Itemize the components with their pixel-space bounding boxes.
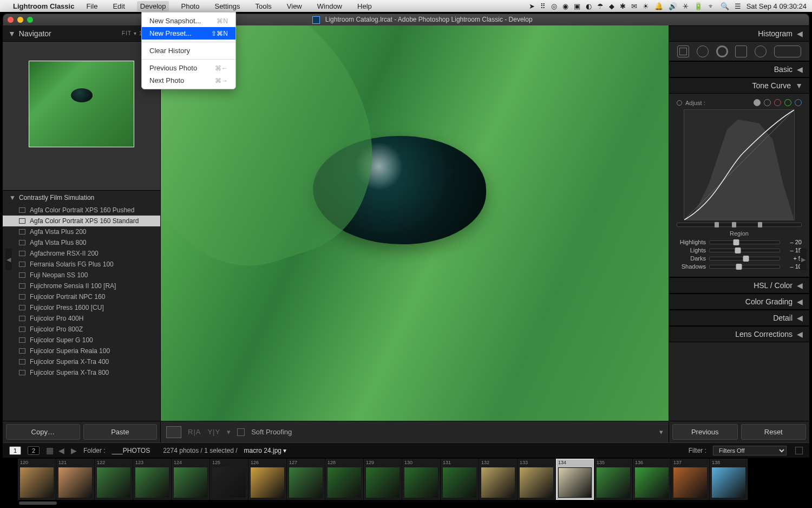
app-name[interactable]: Lightroom Classic: [13, 2, 74, 10]
navigator-preview[interactable]: [3, 42, 160, 191]
lens-corrections-header[interactable]: Lens Corrections◀: [669, 326, 809, 342]
redeye-tool-icon[interactable]: [716, 45, 728, 57]
filmstrip-thumb[interactable]: 133: [518, 459, 555, 500]
menubar-status-icon[interactable]: ◎: [551, 2, 557, 10]
filter-select[interactable]: Filters Off: [713, 446, 787, 455]
filmstrip-thumb[interactable]: 120: [18, 459, 56, 500]
filmstrip-thumb[interactable]: 134: [556, 459, 594, 500]
secondary-display-2[interactable]: 2: [28, 446, 40, 455]
preset-item[interactable]: Agfachrome RSX-II 200: [3, 248, 160, 259]
filmstrip-thumb[interactable]: 125: [210, 459, 248, 500]
menu-item-new-preset-[interactable]: New Preset...⇧⌘N: [142, 27, 235, 40]
menubar-status-icon[interactable]: 🔔: [654, 2, 663, 10]
tone-curve-graph[interactable]: [684, 109, 795, 220]
filmstrip-thumb[interactable]: 135: [594, 459, 632, 500]
reset-button[interactable]: Reset: [741, 424, 807, 440]
curve-channel-all-icon[interactable]: [754, 99, 761, 106]
menu-item-previous-photo[interactable]: Previous Photo⌘←: [142, 62, 235, 74]
filter-lock-icon[interactable]: [795, 447, 803, 454]
menubar-status-icon[interactable]: ◐: [586, 2, 592, 10]
navigator-header[interactable]: ▼ Navigator FIT ▾ 100%: [3, 25, 160, 42]
menubar-status-icon[interactable]: ⠿: [540, 2, 546, 10]
filmstrip-thumb[interactable]: 123: [133, 459, 171, 500]
menubar-status-icon[interactable]: ☰: [735, 2, 741, 10]
hsl-header[interactable]: HSL / Color◀: [669, 277, 809, 294]
target-adjust-icon[interactable]: [677, 100, 682, 106]
filmstrip-thumb[interactable]: 126: [248, 459, 286, 500]
filmstrip-thumb[interactable]: 128: [325, 459, 363, 500]
preset-group-header[interactable]: ▼ Contrastly Film Simulation: [3, 191, 160, 205]
nav-forward-icon[interactable]: ▶: [71, 446, 77, 455]
menubar-status-icon[interactable]: ⚹: [683, 2, 689, 10]
tone-slider-darks[interactable]: Darks+ 5: [677, 255, 802, 262]
soft-proofing-checkbox[interactable]: [237, 428, 245, 436]
spot-removal-icon[interactable]: [697, 45, 709, 57]
filmstrip-thumb[interactable]: 130: [402, 459, 440, 500]
preset-item[interactable]: Agfa Vista Plus 200: [3, 226, 160, 237]
menu-settings[interactable]: Settings: [211, 1, 243, 11]
filmstrip-thumb[interactable]: 129: [364, 459, 402, 500]
toolbar-dropdown-icon[interactable]: ▾: [227, 428, 231, 436]
folder-name[interactable]: ___PHOTOS: [112, 447, 150, 454]
filmstrip-thumb[interactable]: 127: [287, 459, 325, 500]
histogram-header[interactable]: Histogram◀: [669, 25, 809, 42]
before-after-split-icon[interactable]: Y|Y: [207, 428, 220, 436]
grid-view-icon[interactable]: ▦: [46, 446, 52, 455]
paste-button[interactable]: Paste: [83, 424, 158, 440]
before-after-icon[interactable]: R|A: [188, 428, 201, 436]
preset-item[interactable]: Fujicolor Super G 100: [3, 335, 160, 346]
filmstrip-thumb[interactable]: 138: [710, 459, 748, 500]
curve-channel-luma-icon[interactable]: [764, 99, 771, 106]
tone-slider-lights[interactable]: Lights– 15: [677, 247, 802, 253]
window-zoom-icon[interactable]: [27, 17, 33, 23]
crop-tool-icon[interactable]: [677, 45, 689, 57]
filmstrip-thumb[interactable]: 132: [479, 459, 517, 500]
filmstrip-thumb[interactable]: 124: [172, 459, 209, 500]
previous-button[interactable]: Previous: [672, 424, 738, 440]
menubar-status-icon[interactable]: ☂: [597, 2, 604, 10]
menubar-status-icon[interactable]: 🔋: [694, 2, 703, 10]
detail-header[interactable]: Detail◀: [669, 310, 809, 326]
color-grading-header[interactable]: Color Grading◀: [669, 294, 809, 310]
menubar-status-icon[interactable]: ➤: [529, 2, 535, 10]
preset-item[interactable]: Fujicolor Superia X-Tra 800: [3, 367, 160, 378]
tone-slider-highlights[interactable]: Highlights– 20: [677, 239, 802, 245]
curve-channel-red-icon[interactable]: [774, 99, 781, 106]
filmstrip-thumb[interactable]: 121: [56, 459, 94, 500]
preset-item[interactable]: Agfa Color Portrait XPS 160 Standard: [3, 216, 160, 226]
preset-item[interactable]: Fujicolor Pro 800Z: [3, 324, 160, 335]
preset-item[interactable]: Fujichrome Sensia II 100 [RA]: [3, 281, 160, 291]
window-close-icon[interactable]: [8, 17, 14, 23]
menu-item-next-photo[interactable]: Next Photo⌘→: [142, 74, 235, 87]
nav-back-icon[interactable]: ◀: [58, 446, 64, 455]
menu-help[interactable]: Help: [354, 1, 375, 11]
menubar-status-icon[interactable]: ✱: [620, 2, 626, 10]
window-minimize-icon[interactable]: [17, 17, 23, 23]
preset-item[interactable]: Agfa Color Portrait XPS 160 Pushed: [3, 205, 160, 216]
menu-view[interactable]: View: [284, 1, 305, 11]
masking-icon[interactable]: [774, 45, 801, 57]
loupe-view[interactable]: [161, 25, 669, 421]
disclosure-triangle-icon[interactable]: ▼: [8, 29, 16, 38]
curve-channel-blue-icon[interactable]: [795, 99, 802, 106]
left-panel-collapse-icon[interactable]: ◀: [5, 249, 12, 270]
current-filename[interactable]: macro 24.jpg ▾: [244, 447, 287, 454]
menubar-status-icon[interactable]: ☀: [643, 2, 649, 10]
copy-button[interactable]: Copy…: [6, 424, 80, 440]
menu-file[interactable]: File: [83, 1, 101, 11]
menu-item-new-snapshot-[interactable]: New Snapshot...⌘N: [142, 15, 235, 27]
menubar-status-icon[interactable]: ᯤ: [708, 2, 715, 10]
preset-item[interactable]: Ferrania Solaris FG Plus 100: [3, 259, 160, 270]
basic-header[interactable]: Basic◀: [669, 61, 809, 77]
menu-item-clear-history[interactable]: Clear History: [142, 44, 235, 57]
menubar-status-icon[interactable]: 🔊: [669, 2, 677, 10]
menu-develop[interactable]: Develop: [137, 1, 169, 11]
preset-item[interactable]: Fujicolor Portrait NPC 160: [3, 291, 160, 302]
preset-item[interactable]: Fujicolor Press 1600 [CU]: [3, 302, 160, 313]
curve-channel-green-icon[interactable]: [784, 99, 791, 106]
menubar-status-icon[interactable]: ✉: [631, 2, 637, 10]
menubar-status-icon[interactable]: ◉: [562, 2, 568, 10]
navigator-thumbnail[interactable]: [29, 61, 134, 147]
menu-window[interactable]: Window: [314, 1, 345, 11]
menubar-status-icon[interactable]: ▣: [574, 2, 580, 10]
